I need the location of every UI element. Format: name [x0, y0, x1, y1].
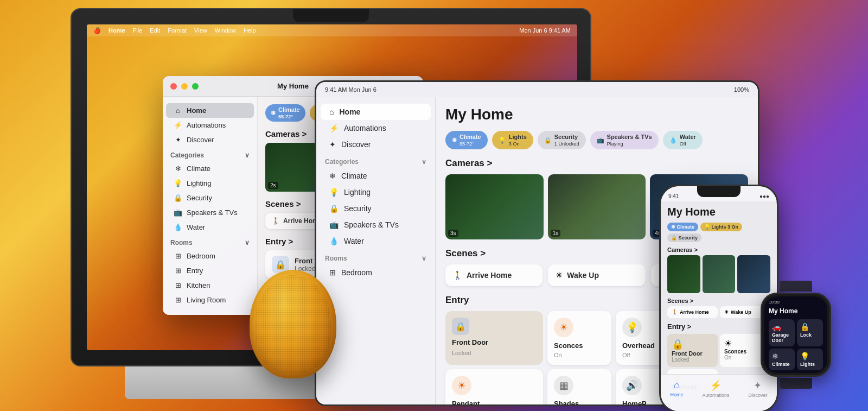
ipad-pendant-card[interactable]: ☀ Pendant 25%: [445, 369, 543, 404]
sidebar-item-water[interactable]: 💧 Water: [166, 220, 254, 235]
ip-automations-tab-label: Automations: [702, 393, 729, 398]
climate-pill[interactable]: ❄ Climate65-72°: [265, 104, 305, 122]
iphone-tab-home[interactable]: ⌂ Home: [670, 380, 683, 397]
ipad-climate-pill[interactable]: ❄ Climate65-72°: [445, 131, 488, 149]
ipad-speakers-pill[interactable]: 📺 Speakers & TVsPlaying: [590, 131, 659, 149]
livingroom-icon: ⊞: [174, 296, 182, 304]
window-title: My Home: [277, 82, 309, 90]
ipad-cam2: 1s: [548, 174, 646, 239]
watch-climate-label: Climate: [772, 362, 792, 367]
ipad-sconces-card[interactable]: ☀ Sconces On: [547, 311, 611, 365]
ipad-sidebar-water[interactable]: 💧 Water: [321, 233, 431, 249]
ipad-lighting-icon: 💡: [329, 188, 339, 197]
format-menu[interactable]: Format: [168, 27, 187, 34]
edit-menu[interactable]: Edit: [150, 27, 160, 34]
ipad-security-pill[interactable]: 🔒 Security1 Unlocked: [538, 131, 586, 149]
sidebar-climate-label: Climate: [187, 165, 210, 173]
iphone-time: 9:41: [668, 193, 679, 199]
sconces-name: Sconces: [554, 342, 605, 350]
ipad-sidebar-speakers[interactable]: 📺 Speakers & TVs: [321, 217, 431, 233]
app-menu[interactable]: Home: [108, 27, 125, 34]
watch-lock-icon: 🔒: [800, 323, 820, 331]
ipad-tvp-label: Speakers & TVsPlaying: [607, 134, 652, 147]
iphone-climate-pill[interactable]: ❄ Climate: [667, 223, 698, 231]
ipad-lights-pill[interactable]: 💡 Lights3 On: [492, 131, 533, 149]
file-menu[interactable]: File: [133, 27, 143, 34]
ipad-speakers-icon: 📺: [329, 220, 339, 229]
ipad-wp-label: WaterOff: [680, 134, 696, 147]
ipad-rooms-header: Rooms ∨: [316, 249, 435, 264]
ipad-sidebar-climate[interactable]: ❄ Climate: [321, 168, 431, 184]
sidebar-item-lighting[interactable]: 💡 Lighting: [166, 176, 254, 191]
ipad-home-icon: ⌂: [329, 108, 334, 116]
sidebar-item-speakers[interactable]: 📺 Speakers & TVs: [166, 205, 254, 220]
bedroom-icon: ⊞: [174, 252, 182, 260]
ipad-automations-icon: ⚡: [329, 124, 339, 132]
ip-security-icon: 🔒: [671, 235, 677, 241]
ipad-sidebar-automations[interactable]: ⚡ Automations: [321, 120, 431, 136]
ipad-categories-header: Categories ∨: [316, 153, 435, 168]
kitchen-icon: ⊞: [174, 281, 182, 289]
home-icon: ⌂: [174, 106, 182, 115]
sidebar-item-climate[interactable]: ❄ Climate: [166, 161, 254, 176]
iphone-tab-automations[interactable]: ⚡ Automations: [702, 380, 729, 398]
arrive-icon: 🚶: [453, 271, 462, 280]
window-menu[interactable]: Window: [215, 27, 236, 34]
watch-lock-label: Lock: [800, 332, 820, 338]
climate-pill-label: Climate65-72°: [278, 106, 300, 119]
watch-card-garage[interactable]: 🚗 GarageDoor: [769, 319, 795, 346]
sidebar-item-home[interactable]: ⌂ Home: [166, 103, 254, 118]
watch-card-climate[interactable]: ❄ Climate: [769, 349, 795, 370]
sidebar-entry-label: Entry: [187, 267, 203, 275]
ip-discover-tab-label: Discover: [748, 393, 767, 398]
iphone-door-card: 🔒 Front Door Locked: [667, 334, 718, 367]
ipad-tvp-icon: 📺: [597, 137, 604, 144]
iphone-arrive-scene[interactable]: 🚶 Arrive Home: [667, 306, 718, 318]
iphone-pills: ❄ Climate 💡 Lights 3 On 🔒 Security: [667, 223, 770, 242]
ipad-scene-wakeup[interactable]: ☀ Wake Up: [548, 264, 645, 286]
ipad-sidebar-security[interactable]: 🔒 Security: [321, 200, 431, 217]
minimize-button[interactable]: [181, 83, 188, 90]
close-button[interactable]: [170, 83, 177, 90]
ip-arrive-icon: 🚶: [672, 309, 678, 315]
ipad-water-pill[interactable]: 💧 WaterOff: [663, 131, 703, 149]
iphone-cameras-header[interactable]: Cameras >: [667, 246, 770, 253]
watch-card-lock[interactable]: 🔒 Lock: [797, 319, 823, 346]
ipad-sidebar-home[interactable]: ⌂ Home: [321, 104, 431, 120]
sidebar-livingroom-label: Living Room: [187, 296, 226, 304]
cam-timer: 2s: [268, 182, 278, 189]
help-menu[interactable]: Help: [244, 27, 256, 34]
sidebar-item-bedroom[interactable]: ⊞ Bedroom: [166, 249, 254, 263]
security-icon: 🔒: [174, 194, 182, 202]
ipad-cameras-header[interactable]: Cameras >: [445, 158, 748, 169]
apple-menu[interactable]: 🍎: [93, 27, 101, 34]
iphone-lights-pill[interactable]: 💡 Lights 3 On: [700, 223, 742, 231]
ipad-door-name: Front Door: [452, 338, 488, 346]
sidebar-automations-label: Automations: [187, 121, 226, 129]
ipad-shades-card[interactable]: ▦ Shades Closed: [547, 369, 611, 404]
macbook-menubar: 🍎 Home File Edit Format View Window Help…: [87, 24, 577, 36]
sidebar-item-discover[interactable]: ✦ Discover: [166, 132, 254, 147]
watch-card-lights[interactable]: 💡 Lights: [797, 349, 823, 370]
sconces-status: On: [554, 352, 605, 358]
wakeup-icon: ☀: [556, 271, 563, 280]
watch-lights-label: Lights: [800, 362, 820, 367]
view-menu[interactable]: View: [194, 27, 207, 34]
ipad-statusbar: 9:41 AM Mon Jun 6 100%: [316, 82, 758, 97]
ipad-sp-label: Security1 Unlocked: [554, 134, 579, 147]
ipad-sidebar-lighting[interactable]: 💡 Lighting: [321, 184, 431, 200]
ipad-automations-label: Automations: [344, 124, 386, 132]
ipad-time: 9:41 AM Mon Jun 6: [325, 86, 376, 93]
iphone-security-pill[interactable]: 🔒 Security: [667, 233, 701, 242]
ipad-sidebar-discover[interactable]: ✦ Discover: [321, 136, 431, 153]
climate-pill-icon: ❄: [271, 110, 276, 117]
iphone-notch: [697, 186, 741, 197]
iphone-tab-discover[interactable]: ✦ Discover: [748, 380, 767, 398]
sidebar-item-automations[interactable]: ⚡ Automations: [166, 118, 254, 132]
sidebar-item-security[interactable]: 🔒 Security: [166, 191, 254, 205]
watch-strap-bottom: [780, 378, 812, 389]
maximize-button[interactable]: [192, 83, 199, 90]
watch-time: 10:09: [769, 300, 780, 305]
ipad-scene-arrive[interactable]: 🚶 Arrive Home: [445, 264, 542, 286]
ipad-cam1: 3s: [445, 174, 544, 239]
